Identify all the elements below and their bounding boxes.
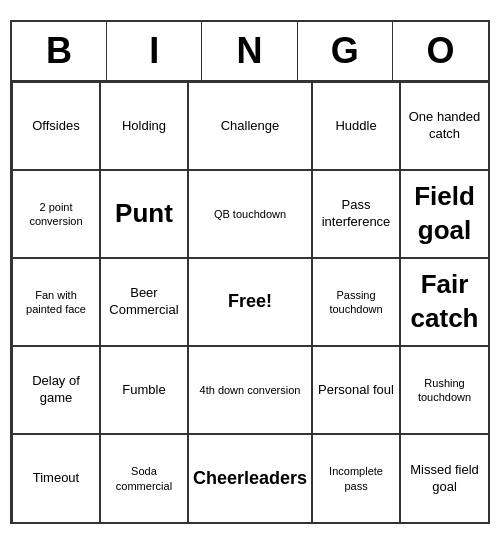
cell-text: Fair catch [405, 268, 484, 336]
bingo-cell[interactable]: Rushing touchdown [400, 346, 488, 434]
cell-text: Personal foul [318, 382, 394, 399]
cell-text: One handed catch [405, 109, 484, 143]
bingo-cell[interactable]: QB touchdown [188, 170, 312, 258]
bingo-cell[interactable]: Fair catch [400, 258, 488, 346]
cell-text: Fumble [122, 382, 165, 399]
cell-text: Challenge [221, 118, 280, 135]
cell-text: Beer Commercial [105, 285, 183, 319]
cell-text: Rushing touchdown [405, 376, 484, 405]
cell-text: Pass interference [317, 197, 395, 231]
bingo-cell[interactable]: Beer Commercial [100, 258, 188, 346]
cell-text: Soda commercial [105, 464, 183, 493]
header-letter: G [298, 22, 393, 80]
bingo-cell[interactable]: 2 point conversion [12, 170, 100, 258]
cell-text: Free! [228, 290, 272, 313]
cell-text: Punt [115, 197, 173, 231]
cell-text: Field goal [405, 180, 484, 248]
bingo-header: BINGO [12, 22, 488, 82]
header-letter: I [107, 22, 202, 80]
bingo-cell[interactable]: 4th down conversion [188, 346, 312, 434]
cell-text: Passing touchdown [317, 288, 395, 317]
cell-text: Missed field goal [405, 462, 484, 496]
bingo-cell[interactable]: Field goal [400, 170, 488, 258]
cell-text: Fan with painted face [17, 288, 95, 317]
cell-text: Holding [122, 118, 166, 135]
cell-text: 4th down conversion [200, 383, 301, 397]
bingo-cell[interactable]: Fan with painted face [12, 258, 100, 346]
cell-text: QB touchdown [214, 207, 286, 221]
header-letter: N [202, 22, 297, 80]
bingo-cell[interactable]: Incomplete pass [312, 434, 400, 522]
cell-text: Delay of game [17, 373, 95, 407]
bingo-cell[interactable]: Holding [100, 82, 188, 170]
bingo-cell[interactable]: Timeout [12, 434, 100, 522]
bingo-cell[interactable]: Free! [188, 258, 312, 346]
cell-text: Cheerleaders [193, 467, 307, 490]
cell-text: Offsides [32, 118, 79, 135]
bingo-cell[interactable]: Offsides [12, 82, 100, 170]
cell-text: 2 point conversion [17, 200, 95, 229]
cell-text: Timeout [33, 470, 79, 487]
bingo-cell[interactable]: Missed field goal [400, 434, 488, 522]
header-letter: O [393, 22, 488, 80]
bingo-cell[interactable]: Punt [100, 170, 188, 258]
bingo-cell[interactable]: Challenge [188, 82, 312, 170]
bingo-cell[interactable]: Soda commercial [100, 434, 188, 522]
bingo-cell[interactable]: Personal foul [312, 346, 400, 434]
bingo-cell[interactable]: Fumble [100, 346, 188, 434]
bingo-cell[interactable]: Passing touchdown [312, 258, 400, 346]
cell-text: Huddle [335, 118, 376, 135]
bingo-cell[interactable]: Pass interference [312, 170, 400, 258]
header-letter: B [12, 22, 107, 80]
bingo-cell[interactable]: Delay of game [12, 346, 100, 434]
cell-text: Incomplete pass [317, 464, 395, 493]
bingo-cell[interactable]: Huddle [312, 82, 400, 170]
bingo-cell[interactable]: Cheerleaders [188, 434, 312, 522]
bingo-cell[interactable]: One handed catch [400, 82, 488, 170]
bingo-grid: OffsidesHoldingChallengeHuddleOne handed… [12, 82, 488, 522]
bingo-card: BINGO OffsidesHoldingChallengeHuddleOne … [10, 20, 490, 524]
